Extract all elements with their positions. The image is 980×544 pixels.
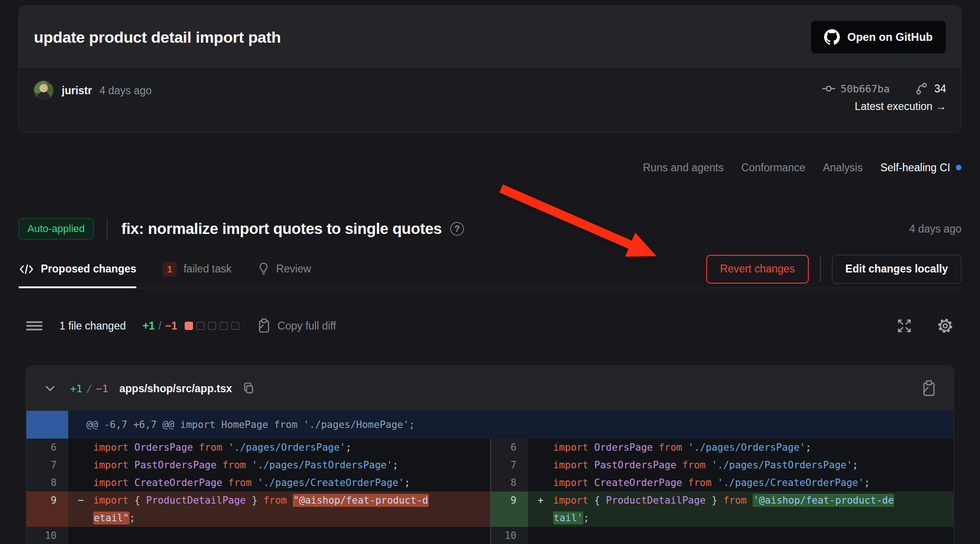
failed-task-count-badge: 1 [162, 262, 177, 277]
line-number: 7 [26, 456, 68, 474]
diff-line-8: 8import CreateOrderPage from './pages/Cr… [491, 474, 954, 492]
open-on-github-label: Open on GitHub [847, 31, 933, 44]
commit-time: 4 days ago [99, 81, 152, 100]
hunk-gutter-block [26, 411, 68, 439]
execution-count: 34 [934, 83, 946, 95]
diff-line-9: 9−import { ProductDetailPage } from "@ai… [26, 492, 490, 527]
section-nav: Runs and agentsConformanceAnalysisSelf-h… [19, 159, 961, 176]
nav-item-runs-and-agents[interactable]: Runs and agents [643, 162, 724, 174]
hunk-header: @@ -6,7 +6,7 @@ import HomePage from './… [26, 411, 954, 439]
git-commit-icon [822, 82, 836, 96]
diff-file-card: +1 / −1 apps/shop/src/app.tsx @@ -6,7 +6… [26, 366, 954, 544]
auto-applied-badge: Auto-applied [19, 218, 94, 240]
diff-line-6: 6import OrdersPage from './pages/OrdersP… [26, 439, 490, 456]
tab-review[interactable]: Review [258, 250, 311, 288]
code-content: import OrdersPage from './pages/OrdersPa… [93, 439, 490, 456]
help-icon[interactable]: ? [450, 222, 464, 236]
active-section-dot [956, 165, 961, 170]
diff-sign [68, 456, 93, 474]
diff-toolbar: 1 file changed +1 / −1 Copy full diff [26, 315, 954, 337]
diff-sign: + [528, 492, 553, 527]
line-number: 7 [491, 456, 528, 474]
nav-item-analysis[interactable]: Analysis [823, 162, 863, 174]
chevron-down-icon[interactable] [43, 384, 57, 393]
diff-line-10: 10 [26, 527, 490, 544]
latest-execution-link[interactable]: Latest execution → [855, 100, 946, 113]
nav-item-self-healing-ci[interactable]: Self-healing CI [880, 162, 961, 174]
git-branch-icon [915, 82, 928, 96]
diff-sign [528, 456, 553, 474]
commit-sha: 50b667ba [840, 83, 890, 95]
code-content: import CreateOrderPage from './pages/Cre… [93, 474, 490, 492]
code-content: import CreateOrderPage from './pages/Cre… [553, 474, 954, 492]
deletions-count: −1 [165, 320, 177, 332]
files-changed-label: 1 file changed [59, 320, 126, 332]
diff-file-header[interactable]: +1 / −1 apps/shop/src/app.tsx [26, 366, 954, 411]
line-number: 10 [491, 527, 528, 544]
diff-sign [528, 474, 553, 492]
fix-title: fix: normalize import quotes to single q… [122, 220, 442, 238]
file-diff-stats: +1 / −1 [70, 383, 108, 395]
clipboard-icon [257, 318, 271, 334]
copy-path-icon[interactable] [242, 382, 255, 395]
execution-count-chip[interactable]: 34 [915, 82, 946, 96]
author-name: juristr [62, 81, 92, 100]
code-content: import { ProductDetailPage } from "@aish… [93, 492, 490, 527]
code-content: import { ProductDetailPage } from '@aish… [553, 492, 954, 527]
diff-split-view: 6import OrdersPage from './pages/OrdersP… [26, 439, 954, 544]
fullscreen-icon[interactable] [896, 317, 913, 335]
diff-sign [528, 439, 553, 456]
changes-tabs-row: Proposed changes1failed taskReview Rever… [19, 250, 961, 288]
diff-line-7: 7import PastOrdersPage from './pages/Pas… [491, 456, 954, 474]
hunk-text: @@ -6,7 +6,7 @@ import HomePage from './… [86, 419, 415, 430]
copy-full-diff-button[interactable]: Copy full diff [257, 318, 336, 334]
diff-sign: − [68, 492, 93, 527]
tab-failed-task[interactable]: 1failed task [162, 250, 232, 288]
divider [107, 218, 108, 240]
diff-sign [528, 527, 553, 544]
line-number: 8 [26, 474, 68, 492]
nav-item-conformance[interactable]: Conformance [741, 162, 805, 174]
diff-line-10: 10 [491, 527, 954, 544]
line-number: 8 [491, 474, 528, 492]
commit-sha-chip[interactable]: 50b667ba [822, 82, 890, 96]
commit-title-bar: update product detail import path Open o… [19, 6, 961, 69]
page-title: update product detail import path [34, 28, 281, 46]
tab-proposed-changes[interactable]: Proposed changes [19, 250, 136, 288]
diff-panel-new: 6import OrdersPage from './pages/OrdersP… [490, 439, 954, 544]
line-number: 10 [26, 527, 68, 544]
diff-panel-old: 6import OrdersPage from './pages/OrdersP… [26, 439, 490, 544]
line-number: 6 [491, 439, 528, 456]
diff-ratio-squares [185, 322, 239, 330]
additions-count: +1 [142, 320, 155, 332]
code-icon [19, 263, 34, 275]
commit-meta-bar: juristr 4 days ago 50b667ba 34 [19, 69, 961, 132]
diff-sign [68, 439, 93, 456]
code-content: import OrdersPage from './pages/OrdersPa… [553, 439, 954, 456]
copy-file-diff-icon[interactable] [921, 380, 937, 397]
diff-line-9: 9+import { ProductDetailPage } from '@ai… [491, 492, 954, 527]
file-list-menu-icon[interactable] [26, 319, 43, 333]
edit-changes-locally-button[interactable]: Edit changes locally [832, 255, 961, 284]
ratio-square-empty [196, 322, 205, 330]
divider [820, 256, 821, 282]
diff-sign [68, 527, 93, 544]
diff-line-8: 8import CreateOrderPage from './pages/Cr… [26, 474, 490, 492]
gear-icon[interactable] [936, 317, 954, 335]
line-number: 6 [26, 439, 68, 456]
diff-line-7: 7import PastOrdersPage from './pages/Pas… [26, 456, 490, 474]
github-icon [824, 29, 840, 45]
ratio-square-empty [231, 322, 239, 330]
author-avatar[interactable] [34, 81, 53, 100]
diff-stats: +1 / −1 [142, 320, 177, 332]
code-content [93, 527, 490, 544]
file-path: apps/shop/src/app.tsx [119, 382, 232, 395]
copy-full-diff-label: Copy full diff [277, 320, 336, 332]
diff-line-6: 6import OrdersPage from './pages/OrdersP… [491, 439, 954, 456]
open-on-github-button[interactable]: Open on GitHub [811, 20, 946, 54]
fix-time: 4 days ago [909, 223, 961, 235]
ratio-square-filled [185, 322, 193, 330]
revert-changes-button[interactable]: Revert changes [706, 255, 809, 284]
ratio-square-empty [208, 322, 216, 330]
code-content: import PastOrdersPage from './pages/Past… [553, 456, 954, 474]
